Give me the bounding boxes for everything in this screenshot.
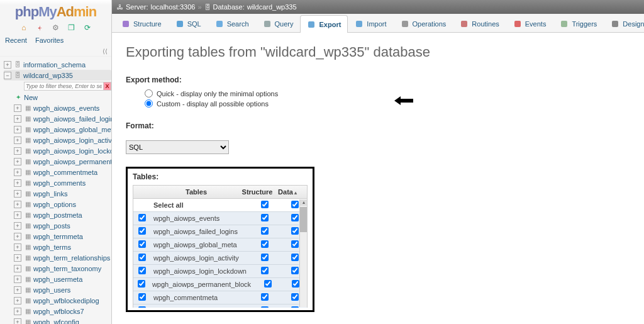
row-data[interactable] [291, 214, 299, 221]
row-structure[interactable] [261, 254, 269, 261]
docs-icon[interactable]: ❐ [67, 23, 77, 33]
toggle-icon[interactable]: + [14, 201, 21, 208]
toggle-icon[interactable]: + [14, 286, 21, 294]
table-row[interactable]: +▦wpgh_users [14, 284, 111, 295]
logo[interactable]: phpMyAdmin [0, 0, 111, 21]
collapse-icon[interactable]: ⟨⟨ [0, 48, 111, 57]
row-data[interactable] [291, 240, 299, 248]
table-row[interactable]: +▦wpgh_wfconfig [14, 316, 111, 324]
toggle-icon[interactable]: + [14, 222, 21, 230]
toggle-icon[interactable]: + [14, 147, 21, 155]
table-row[interactable]: +▦wpgh_aiowps_failed_logins [14, 113, 111, 124]
table-row[interactable]: +▦wpgh_usermeta [14, 274, 111, 284]
toggle-icon[interactable]: + [14, 308, 21, 315]
table-row[interactable]: +▦wpgh_comments [14, 177, 111, 188]
breadcrumb-db[interactable]: wildcard_wp335 [247, 3, 297, 11]
tab-designer[interactable]: Designer [604, 14, 644, 32]
radio-custom[interactable] [145, 99, 153, 108]
tab-import[interactable]: Import [348, 14, 393, 32]
scrollbar[interactable]: ▴ [299, 199, 307, 307]
format-select[interactable]: SQL [126, 140, 229, 154]
breadcrumb-server[interactable]: localhost:3306 [150, 3, 195, 11]
row-data[interactable] [292, 280, 299, 288]
tab-sql[interactable]: SQL [169, 14, 208, 32]
home-icon[interactable]: ⌂ [19, 23, 29, 33]
toggle-icon[interactable]: + [14, 137, 21, 144]
toggle-icon[interactable]: + [14, 243, 21, 251]
row-structure[interactable] [261, 227, 269, 235]
table-row[interactable]: +▦wpgh_term_relationships [14, 252, 111, 263]
tab-query[interactable]: Query [256, 14, 301, 32]
tab-structure[interactable]: Structure [114, 14, 169, 32]
recent-tab[interactable]: Recent [5, 36, 27, 44]
db-row[interactable]: +🗄information_schema [4, 59, 111, 70]
toggle-icon[interactable]: + [14, 158, 21, 165]
export-method-quick[interactable]: Quick - display only the minimal options [145, 89, 630, 98]
row-check[interactable] [138, 267, 146, 274]
row-check[interactable] [138, 293, 146, 301]
row-structure[interactable] [261, 293, 269, 301]
favorites-tab[interactable]: Favorites [35, 36, 64, 44]
tab-export[interactable]: Export [300, 15, 348, 33]
tab-routines[interactable]: Routines [453, 14, 506, 32]
table-row[interactable]: +▦wpgh_links [14, 188, 111, 199]
row-check[interactable] [138, 214, 146, 221]
tab-events[interactable]: Events [506, 14, 553, 32]
select-all-structure[interactable] [261, 201, 269, 208]
table-row[interactable]: +▦wpgh_aiowps_events [14, 103, 111, 113]
tab-search[interactable]: Search [208, 14, 256, 32]
row-structure[interactable] [261, 267, 269, 274]
logout-icon[interactable]: ⍅ [35, 23, 45, 33]
table-row[interactable]: +▦wpgh_aiowps_permanent_block [14, 156, 111, 167]
row-check[interactable] [138, 227, 146, 235]
row-structure[interactable] [261, 306, 269, 308]
table-row[interactable]: +▦wpgh_termmeta [14, 231, 111, 242]
table-row[interactable]: +▦wpgh_aiowps_global_meta [14, 124, 111, 135]
row-data[interactable] [291, 293, 299, 301]
toggle-icon[interactable]: + [14, 126, 21, 133]
radio-quick[interactable] [145, 89, 153, 98]
row-data[interactable] [291, 306, 299, 308]
toggle-icon[interactable]: + [4, 61, 11, 69]
toggle-icon[interactable]: + [14, 179, 21, 187]
tab-triggers[interactable]: Triggers [553, 14, 604, 32]
col-structure[interactable]: Structure [239, 188, 275, 196]
toggle-icon[interactable]: + [14, 276, 21, 283]
row-structure[interactable] [261, 240, 269, 248]
toggle-icon[interactable]: + [14, 297, 21, 304]
table-row[interactable]: +▦wpgh_posts [14, 220, 111, 231]
toggle-icon[interactable]: + [14, 211, 21, 219]
table-row[interactable]: +▦wpgh_aiowps_login_lockdowns [14, 145, 111, 156]
toggle-icon[interactable]: + [14, 190, 21, 198]
scroll-thumb[interactable] [300, 207, 307, 232]
table-row[interactable]: +▦wpgh_wfblockediplog [14, 295, 111, 306]
toggle-icon[interactable]: + [14, 265, 21, 272]
row-structure[interactable] [264, 280, 272, 288]
table-row[interactable]: +▦wpgh_wfblocks7 [14, 306, 111, 316]
table-row[interactable]: +▦wpgh_terms [14, 242, 111, 252]
col-data[interactable]: Data▴ [275, 188, 299, 196]
toggle-icon[interactable]: + [14, 115, 21, 123]
new-table[interactable]: ✦New [14, 92, 111, 103]
filter-input[interactable] [24, 82, 104, 91]
export-method-custom[interactable]: Custom - display all possible options [145, 99, 630, 108]
row-data[interactable] [291, 227, 299, 235]
row-check[interactable] [138, 240, 146, 248]
row-check[interactable] [138, 254, 146, 261]
db-row[interactable]: −🗄wildcard_wp335 [4, 70, 111, 81]
table-row[interactable]: +▦wpgh_commentmeta [14, 167, 111, 177]
table-row[interactable]: +▦wpgh_postmeta [14, 209, 111, 220]
gear-icon[interactable]: ⚙ [51, 23, 61, 33]
toggle-icon[interactable]: − [4, 72, 11, 79]
row-data[interactable] [291, 254, 299, 261]
row-check[interactable] [138, 280, 145, 288]
row-data[interactable] [291, 267, 299, 274]
toggle-icon[interactable]: + [14, 169, 21, 176]
toggle-icon[interactable]: + [14, 233, 21, 240]
toggle-icon[interactable]: + [14, 104, 21, 112]
select-all-row[interactable]: Select all [133, 199, 307, 212]
select-all-data[interactable] [291, 201, 299, 208]
tab-operations[interactable]: Operations [394, 14, 453, 32]
scroll-up-icon[interactable]: ▴ [300, 199, 307, 206]
toggle-icon[interactable]: + [14, 254, 21, 262]
